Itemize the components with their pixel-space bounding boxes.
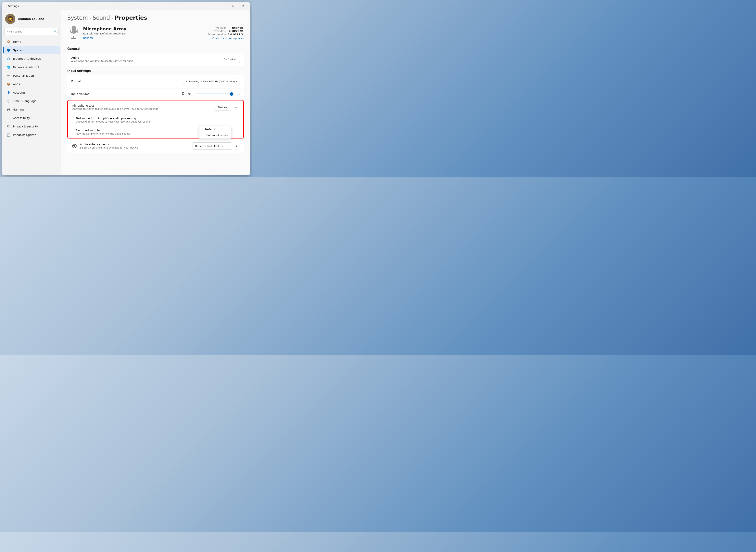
- device-info: Microphone Array Realtek High Definition…: [83, 26, 204, 40]
- device-name: Microphone Array: [83, 26, 204, 31]
- main-content: System › Sound › Properties: [61, 10, 250, 175]
- volume-mute-icon[interactable]: —: [237, 92, 240, 96]
- enhancement-icon: [71, 143, 77, 149]
- network-icon: 🌐: [6, 65, 11, 70]
- personalization-icon: ✏️: [6, 74, 11, 78]
- sidebar-item-apps[interactable]: 📦 Apps: [3, 80, 60, 88]
- sidebar-item-bluetooth[interactable]: ⬡ Bluetooth & devices: [3, 54, 60, 63]
- svg-rect-1: [8, 51, 9, 51]
- back-icon[interactable]: ←: [4, 4, 7, 7]
- selected-indicator: [203, 128, 203, 131]
- sidebar-item-home[interactable]: 🏠 Home: [3, 38, 60, 46]
- expanded-content: Test mode for microphone audio processin…: [68, 114, 243, 138]
- settings-window: ← Settings — ❐ ✕ 🧔 Brandon LeBlanc 🔍: [2, 2, 250, 175]
- audio-row: Audio Allow apps and Windows to use this…: [67, 52, 244, 66]
- home-icon: 🏠: [6, 40, 11, 44]
- volume-slider-track[interactable]: [196, 94, 235, 94]
- driver-date-label: Driver date: [207, 29, 227, 33]
- enhancement-dropdown-wrap: Device Default Effects ▾ ▲: [193, 142, 240, 149]
- mic-test-text: Microphone test Start the test, then tal…: [72, 104, 214, 110]
- check-driver-link[interactable]: Check for driver updates: [207, 37, 244, 40]
- volume-label: Input volume: [71, 93, 178, 96]
- user-profile[interactable]: 🧔 Brandon LeBlanc: [2, 12, 61, 27]
- avatar: 🧔: [5, 14, 15, 24]
- dropdown-item-communications[interactable]: Communications: [199, 132, 231, 138]
- test-mode-dropdown-popup: Default Communications: [199, 126, 231, 139]
- volume-number: 90: [188, 93, 193, 96]
- sidebar-item-label: Windows Update: [13, 133, 36, 137]
- breadcrumb-current: Properties: [115, 15, 147, 21]
- maximize-button[interactable]: ❐: [229, 3, 238, 9]
- volume-row: Input volume 🎙 90 —: [67, 89, 244, 99]
- svg-rect-0: [7, 49, 10, 51]
- breadcrumb-system[interactable]: System: [67, 15, 88, 21]
- test-mode-text: Test mode for microphone audio processin…: [76, 117, 239, 123]
- dropdown-item-default[interactable]: Default: [199, 126, 231, 132]
- dropdown-item-label: Communications: [205, 134, 228, 137]
- privacy-icon: 🛡: [6, 124, 11, 129]
- sidebar-item-label: Gaming: [13, 108, 24, 111]
- sidebar-item-label: Network & internet: [13, 65, 39, 69]
- mic-test-row: Microphone test Start the test, then tal…: [68, 101, 243, 114]
- enhancement-dropdown[interactable]: Device Default Effects ▾: [193, 142, 232, 149]
- sidebar-item-time[interactable]: 🕐 Time & language: [3, 97, 60, 105]
- sidebar-item-label: Accounts: [13, 91, 26, 94]
- sidebar-item-label: Home: [13, 40, 21, 43]
- search-icon: 🔍: [53, 30, 57, 33]
- enhancement-collapse-button[interactable]: ▲: [233, 143, 240, 149]
- audio-desc: Allow apps and Windows to use this devic…: [71, 60, 217, 62]
- volume-slider-wrap: —: [196, 92, 240, 96]
- general-section-label: General: [67, 47, 244, 51]
- driver-version-label: Driver version: [207, 33, 227, 36]
- start-test-button[interactable]: Start test: [214, 104, 231, 111]
- dropdown-item-label: Default: [205, 128, 216, 131]
- input-settings-label: Input settings: [67, 69, 244, 73]
- enhancement-dropdown-arrow: ▾: [222, 145, 223, 147]
- enhancement-text: Audio enhancements Select an enhancement…: [80, 143, 190, 149]
- general-card: Audio Allow apps and Windows to use this…: [67, 52, 244, 66]
- sidebar-item-accounts[interactable]: 👤 Accounts: [3, 89, 60, 97]
- sidebar-item-personalization[interactable]: ✏️ Personalization: [3, 72, 60, 80]
- sidebar-item-update[interactable]: 🔄 Windows Update: [3, 131, 60, 139]
- breadcrumb-sep-2: ›: [112, 16, 113, 20]
- sidebar-item-label: Bluetooth & devices: [13, 57, 41, 60]
- format-dropdown[interactable]: 2 channels, 16 bit, 48000 Hz (DVD Qualit…: [183, 78, 240, 85]
- gaming-icon: 🎮: [6, 107, 11, 112]
- sidebar-item-label: Personalization: [13, 74, 34, 77]
- format-dropdown-value: 2 channels, 16 bit, 48000 Hz (DVD Qualit…: [186, 80, 235, 83]
- apps-icon: 📦: [6, 82, 11, 86]
- sidebar-item-gaming[interactable]: 🎮 Gaming: [3, 105, 60, 114]
- close-button[interactable]: ✕: [239, 3, 248, 9]
- breadcrumb-sound[interactable]: Sound: [92, 15, 110, 21]
- search-box: 🔍: [4, 28, 59, 35]
- svg-rect-6: [73, 36, 74, 38]
- format-row: Format 2 channels, 16 bit, 48000 Hz (DVD…: [67, 75, 244, 88]
- sidebar-item-privacy[interactable]: 🛡 Privacy & security: [3, 122, 60, 131]
- sidebar-item-accessibility[interactable]: ♿ Accessibility: [3, 114, 60, 122]
- accessibility-icon: ♿: [6, 116, 11, 120]
- sidebar: 🧔 Brandon LeBlanc 🔍 🏠 Home: [2, 10, 61, 175]
- rename-link[interactable]: Rename: [83, 36, 93, 39]
- search-input[interactable]: [4, 28, 59, 35]
- driver-version-value: 6.0.9311.3: [227, 33, 244, 36]
- minimize-button[interactable]: —: [219, 3, 228, 9]
- enhancement-title: Audio enhancements: [80, 143, 190, 146]
- svg-rect-2: [7, 51, 10, 52]
- microphone-test-section: Microphone test Start the test, then tal…: [67, 100, 244, 138]
- svg-rect-5: [77, 29, 77, 33]
- sidebar-item-network[interactable]: 🌐 Network & internet: [3, 63, 60, 71]
- format-dropdown-arrow: ▾: [236, 81, 237, 83]
- test-mode-desc: Choose different modes to hear how recor…: [76, 120, 239, 123]
- dont-allow-button[interactable]: Don't allow: [220, 56, 240, 63]
- mic-test-title: Microphone test: [72, 104, 214, 107]
- content-area: 🧔 Brandon LeBlanc 🔍 🏠 Home: [2, 10, 250, 175]
- breadcrumb: System › Sound › Properties: [67, 15, 244, 21]
- format-row-text: Format: [71, 80, 181, 83]
- time-icon: 🕐: [6, 99, 11, 103]
- titlebar: ← Settings — ❐ ✕: [2, 2, 250, 10]
- svg-rect-4: [70, 29, 70, 33]
- sidebar-item-system[interactable]: System: [3, 46, 60, 54]
- volume-slider-thumb[interactable]: [230, 92, 233, 96]
- mic-test-collapse-button[interactable]: ▲: [233, 104, 239, 110]
- svg-rect-7: [71, 38, 76, 39]
